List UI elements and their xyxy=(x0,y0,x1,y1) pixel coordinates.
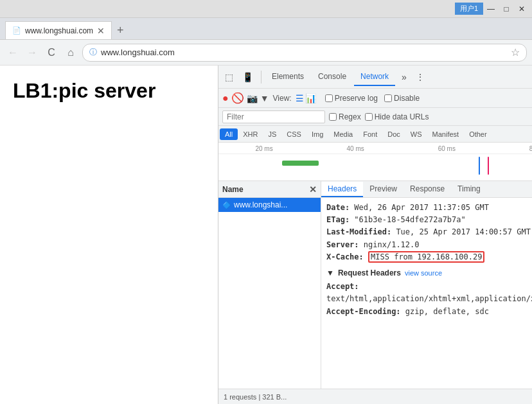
type-filter-doc[interactable]: Doc xyxy=(382,128,405,140)
main-area: LB1:pic server ⬚ 📱 Elements Console Netw… xyxy=(0,66,532,404)
tick-40ms: 40 ms xyxy=(310,145,401,152)
type-filter-js[interactable]: JS xyxy=(263,128,281,140)
devtools-filter-bar: Regex Hide data URLs xyxy=(218,108,532,126)
filter-toggle-button[interactable]: ▼ xyxy=(260,93,269,103)
close-window-button[interactable]: ✕ xyxy=(517,4,527,13)
toolbar-separator xyxy=(261,71,262,83)
type-filter-manifest[interactable]: Manifest xyxy=(427,128,465,140)
request-item[interactable]: 🔷 www.longshai... xyxy=(218,198,321,212)
devtools-status-bar: 1 requests | 321 B... xyxy=(218,389,532,404)
request-name: www.longshai... xyxy=(234,200,287,209)
timeline-bar-green xyxy=(282,161,319,166)
page-title: LB1:pic server xyxy=(13,78,205,103)
tick-60ms: 60 ms xyxy=(401,145,492,152)
devtools-timeline: 20 ms 40 ms 60 ms 80 ms 100 ms xyxy=(218,143,532,181)
request-type-icon: 🔷 xyxy=(222,201,231,209)
bookmark-button[interactable]: ☆ xyxy=(511,46,520,58)
request-list-header: Name ✕ xyxy=(218,181,321,198)
devtools-menu-button[interactable]: ⋮ xyxy=(412,69,429,85)
view-source-link[interactable]: view source xyxy=(405,268,442,279)
preserve-log-label: Preserve log xyxy=(335,94,378,103)
type-filter-media[interactable]: Media xyxy=(328,128,358,140)
devtools-type-filter: All XHR JS CSS Img Media Font Doc WS Man… xyxy=(218,126,532,143)
timeline-bar-area xyxy=(218,154,532,177)
timeline-bar-blue xyxy=(479,157,480,175)
tick-20ms: 20 ms xyxy=(218,145,310,152)
clear-button[interactable]: 🚫 xyxy=(231,92,244,104)
new-tab-button[interactable]: + xyxy=(112,21,129,39)
tick-80ms: 80 ms xyxy=(492,145,532,152)
regex-checkbox[interactable]: Regex xyxy=(329,112,361,121)
url-input[interactable] xyxy=(101,48,507,57)
type-filter-img[interactable]: Img xyxy=(306,128,328,140)
disable-cache-checkbox[interactable]: Disable xyxy=(384,94,420,103)
request-list: Name ✕ 🔷 www.longshai... xyxy=(218,181,321,389)
url-bar[interactable]: ⓘ ☆ xyxy=(82,44,527,62)
detail-tab-timing[interactable]: Timing xyxy=(451,182,487,197)
type-filter-other[interactable]: Other xyxy=(464,128,492,140)
tab-label: www.longshuai.com xyxy=(25,26,93,35)
list-view-button[interactable]: ☰ xyxy=(296,93,304,103)
detail-tab-preview[interactable]: Preview xyxy=(363,182,403,197)
waterfall-view-button[interactable]: 📊 xyxy=(305,93,316,103)
detail-tabs: Headers Preview Response Timing xyxy=(321,181,532,198)
record-button[interactable]: ● xyxy=(222,92,229,104)
type-filter-ws[interactable]: WS xyxy=(405,128,427,140)
mobile-tool-button[interactable]: 📱 xyxy=(238,69,257,85)
forward-button[interactable]: → xyxy=(24,47,40,58)
devtools-network-toolbar: ● 🚫 📷 ▼ View: ☰ 📊 Preserve log Disable xyxy=(218,89,532,108)
request-headers-section: ▼ Request Headers view source xyxy=(326,267,532,279)
detail-content: Date: Wed, 26 Apr 2017 11:37:05 GMT ETag… xyxy=(321,198,532,322)
detail-tab-response[interactable]: Response xyxy=(403,182,451,197)
page-content: LB1:pic server xyxy=(0,66,218,404)
disable-cache-label: Disable xyxy=(394,94,420,103)
tab-close-button[interactable]: ✕ xyxy=(97,26,105,36)
browser-tab[interactable]: 📄 www.longshuai.com ✕ xyxy=(5,21,112,39)
back-button[interactable]: ← xyxy=(5,47,21,58)
header-etag: ETag: "61b3e-18-54dfe272a7b7a" xyxy=(326,214,532,226)
address-bar: ← → C ⌂ ⓘ ☆ xyxy=(0,40,532,66)
type-filter-font[interactable]: Font xyxy=(358,128,382,140)
more-tabs-button[interactable]: » xyxy=(398,69,411,85)
hide-data-urls-label: Hide data URLs xyxy=(375,112,429,121)
tab-elements[interactable]: Elements xyxy=(265,68,310,86)
header-last-modified: Last-Modified: Tue, 25 Apr 2017 14:00:57… xyxy=(326,226,532,238)
header-date: Date: Wed, 26 Apr 2017 11:37:05 GMT xyxy=(326,202,532,214)
filter-input[interactable] xyxy=(222,110,325,123)
detail-tab-headers[interactable]: Headers xyxy=(321,182,363,197)
header-accept: Accept: text/html,application/xhtml+xml,… xyxy=(326,281,532,305)
timeline-bar-pink xyxy=(488,157,489,175)
minimize-button[interactable]: — xyxy=(486,4,496,13)
cursor-tool-button[interactable]: ⬚ xyxy=(221,69,237,85)
window-controls: — □ ✕ xyxy=(486,4,527,13)
devtools-body: Name ✕ 🔷 www.longshai... Headers Preview… xyxy=(218,181,532,389)
section-triangle: ▼ xyxy=(326,267,334,279)
security-icon: ⓘ xyxy=(89,47,97,58)
view-icons: ☰ 📊 xyxy=(296,93,316,103)
status-text: 1 requests | 321 B... xyxy=(224,393,287,401)
view-label: View: xyxy=(273,94,292,103)
type-filter-xhr[interactable]: XHR xyxy=(238,128,263,140)
type-filter-all[interactable]: All xyxy=(220,128,238,140)
preserve-log-checkbox[interactable]: Preserve log xyxy=(325,94,378,103)
hide-data-urls-checkbox[interactable]: Hide data URLs xyxy=(365,112,429,121)
xcache-highlight: MISS from 192.168.100.29 xyxy=(368,251,484,263)
header-accept-encoding: Accept-Encoding: gzip, deflate, sdc xyxy=(326,306,532,318)
header-server: Server: nginx/1.12.0 xyxy=(326,239,532,251)
type-filter-css[interactable]: CSS xyxy=(281,128,306,140)
maximize-button[interactable]: □ xyxy=(501,4,511,13)
request-detail: Headers Preview Response Timing Date: We… xyxy=(321,181,532,389)
tab-favicon: 📄 xyxy=(12,26,21,35)
home-button[interactable]: ⌂ xyxy=(63,47,78,58)
tab-network[interactable]: Network xyxy=(354,68,395,86)
tab-console[interactable]: Console xyxy=(312,68,353,86)
header-xcache: X-Cache: MISS from 192.168.100.29 xyxy=(326,251,532,263)
devtools-panel: ⬚ 📱 Elements Console Network » ⋮ ✕ ● 🚫 📷… xyxy=(218,66,532,404)
screenshot-button[interactable]: 📷 xyxy=(247,93,258,103)
title-bar: 用户1 — □ ✕ xyxy=(0,0,532,18)
detail-close-button[interactable]: ✕ xyxy=(309,184,317,195)
devtools-main-toolbar: ⬚ 📱 Elements Console Network » ⋮ ✕ xyxy=(218,66,532,89)
regex-label: Regex xyxy=(339,112,361,121)
refresh-button[interactable]: C xyxy=(44,47,59,58)
section-label: Request Headers xyxy=(338,267,401,279)
